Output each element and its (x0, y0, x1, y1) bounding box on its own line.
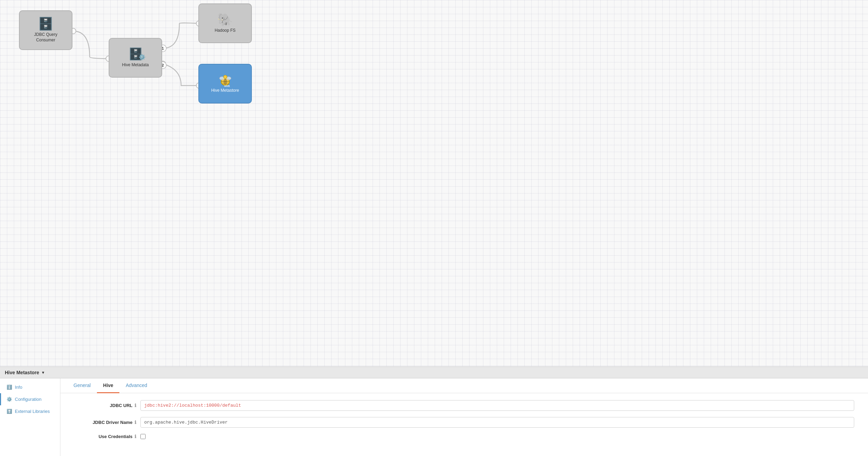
panel-title: Hive Metastore (5, 370, 39, 375)
tab-advanced[interactable]: Advanced (119, 378, 153, 393)
jdbc-icon: 🗄️ (38, 18, 53, 30)
config-icon: ⚙️ (7, 397, 12, 402)
panel-header[interactable]: Hive Metastore ▼ (0, 367, 868, 378)
jdbc-driver-input[interactable] (140, 417, 854, 428)
node-hadoop-fs[interactable]: 🐘 Hadoop FS (198, 3, 252, 43)
jdbc-url-info-icon[interactable]: ℹ (135, 403, 136, 408)
svg-point-18 (224, 75, 227, 79)
form-area: JDBC URL ℹ JDBC Driver Name ℹ (60, 393, 868, 452)
side-nav: ℹ️ Info ⚙️ Configuration ⬆️ External Lib… (0, 378, 60, 456)
upload-icon: ⬆️ (7, 409, 12, 414)
use-credentials-label: Use Credentials ℹ (74, 434, 136, 439)
jdbc-driver-label: JDBC Driver Name ℹ (74, 420, 136, 425)
info-icon: ℹ️ (7, 385, 12, 390)
canvas-area[interactable]: 1 2 🗄️ JDBC Query Consumer 🗄️ ⚙️ Hive Me… (0, 0, 868, 366)
jdbc-url-input[interactable] (140, 400, 854, 411)
jdbc-driver-row: JDBC Driver Name ℹ (74, 417, 854, 428)
jdbc-node-label: JDBC Query Consumer (24, 32, 67, 43)
jdbc-url-row: JDBC URL ℹ (74, 400, 854, 411)
hadoop-icon: 🐘 (217, 13, 233, 26)
main-content: General Hive Advanced JDBC URL ℹ JDB (60, 378, 868, 456)
node-hive-metastore[interactable]: HIVE Hive Metastore (198, 64, 252, 103)
use-credentials-row: Use Credentials ℹ (74, 434, 854, 439)
nav-item-external-libraries[interactable]: ⬆️ External Libraries (0, 405, 60, 417)
hive-bee-icon: HIVE (217, 74, 234, 88)
svg-text:HIVE: HIVE (224, 85, 230, 87)
hive-metadata-label: Hive Metadata (122, 62, 149, 68)
panel-body: ℹ️ Info ⚙️ Configuration ⬆️ External Lib… (0, 378, 868, 456)
nav-item-info[interactable]: ℹ️ Info (0, 381, 60, 393)
hadoop-label: Hadoop FS (215, 28, 236, 33)
nav-item-configuration[interactable]: ⚙️ Configuration (0, 393, 60, 405)
svg-text:1: 1 (162, 47, 164, 50)
use-credentials-checkbox[interactable] (140, 434, 146, 439)
jdbc-url-label: JDBC URL ℹ (74, 403, 136, 408)
bottom-panel: Hive Metastore ▼ ℹ️ Info ⚙️ Configuratio… (0, 366, 868, 456)
node-hive-metadata[interactable]: 🗄️ ⚙️ Hive Metadata (109, 38, 162, 78)
tab-bar: General Hive Advanced (60, 378, 868, 393)
panel-chevron: ▼ (41, 370, 45, 375)
tab-general[interactable]: General (67, 378, 97, 393)
jdbc-driver-info-icon[interactable]: ℹ (135, 420, 136, 425)
tab-hive[interactable]: Hive (97, 378, 120, 393)
svg-text:2: 2 (162, 63, 164, 67)
node-jdbc-query[interactable]: 🗄️ JDBC Query Consumer (19, 10, 72, 50)
hive-metastore-label: Hive Metastore (211, 88, 239, 93)
credentials-info-icon[interactable]: ℹ (135, 434, 136, 439)
